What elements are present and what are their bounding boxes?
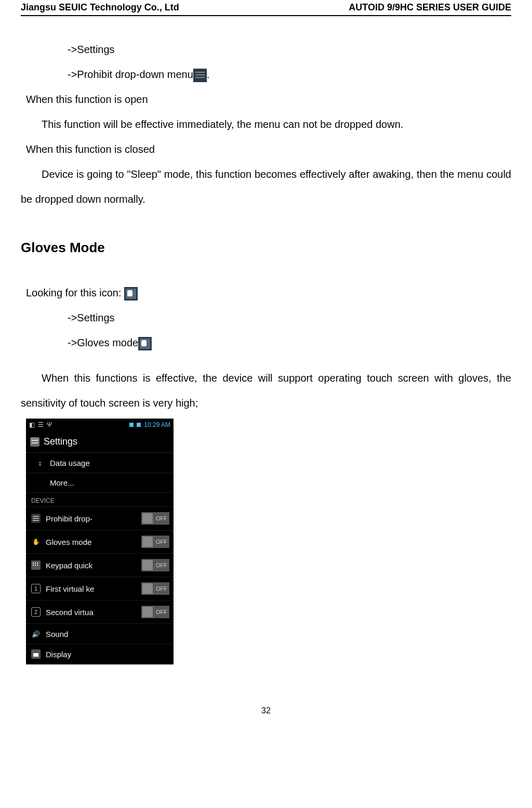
sound-icon — [31, 629, 41, 638]
keypad-toggle[interactable]: OFF — [141, 559, 169, 571]
list-item-prohibit[interactable]: Prohibit drop- OFF — [26, 507, 174, 530]
list-label: Keypad quick — [46, 561, 136, 570]
page-number: 32 — [21, 706, 511, 715]
prohibit-toggle[interactable]: OFF — [141, 512, 169, 525]
display-icon — [31, 649, 41, 659]
text-line-closed-desc: Device is going to "Sleep" mode, this fu… — [21, 162, 511, 212]
second-virtual-toggle[interactable]: OFF — [141, 606, 169, 618]
list-label: First virtual ke — [46, 584, 136, 593]
toggle-label: OFF — [155, 585, 168, 592]
toggle-label: OFF — [155, 562, 168, 568]
signal-icon-1 — [129, 423, 134, 427]
status-icon-1: ◧ — [29, 421, 35, 428]
first-virtual-toggle[interactable]: OFF — [141, 582, 169, 595]
text-line-closed: When this function is closed — [21, 137, 511, 162]
list-item-keypad[interactable]: Keypad quick OFF — [26, 554, 174, 577]
gloves-toggle[interactable]: OFF — [141, 536, 169, 548]
text-span: Looking for this icon: — [26, 287, 124, 298]
hand-icon — [31, 537, 41, 546]
header-left: Jiangsu SEUIC Technology Co., Ltd — [21, 2, 179, 13]
list-item-second-virtual[interactable]: 2 Second virtua OFF — [26, 601, 174, 624]
text-line-settings: ->Settings — [21, 37, 511, 62]
status-icon-2: ☰ — [38, 421, 44, 428]
one-box-icon: 1 — [31, 584, 41, 593]
text-span: ->Gloves mode — [68, 337, 138, 348]
status-time: 10:29 AM — [144, 421, 170, 428]
page-header: Jiangsu SEUIC Technology Co., Ltd AUTOID… — [21, 0, 511, 13]
toggle-label: OFF — [155, 515, 168, 522]
status-bar: ◧ ☰ Ψ 10:29 AM — [26, 419, 174, 431]
text-line-open: When this function is open — [21, 87, 511, 112]
text-line-gloves-mode: ->Gloves mode — [21, 330, 511, 355]
toggle-label: OFF — [155, 539, 168, 545]
list-item-data-usage[interactable]: Data usage — [26, 453, 174, 473]
list-item-more[interactable]: More... — [26, 473, 174, 493]
toggle-label: OFF — [155, 609, 168, 615]
list-item-gloves[interactable]: Gloves mode OFF — [26, 530, 174, 554]
text-line-settings-2: ->Settings — [21, 305, 511, 330]
list-label: Gloves mode — [46, 538, 136, 546]
header-right: AUTOID 9/9HC SERIES USER GUIDE — [349, 2, 511, 13]
text-line-prohibit: ->Prohibit drop-down menu. — [21, 62, 511, 87]
list-label: More... — [35, 478, 169, 487]
gloves-mode-icon — [138, 337, 152, 350]
settings-icon — [30, 437, 39, 447]
list-item-sound[interactable]: Sound — [26, 624, 174, 644]
text-span: Device is going to "Sleep" mode, this fu… — [21, 168, 511, 205]
prohibit-icon — [31, 514, 41, 523]
data-usage-icon — [35, 458, 45, 467]
list-item-first-virtual[interactable]: 1 First virtual ke OFF — [26, 577, 174, 601]
settings-title: Settings — [44, 436, 77, 447]
device-screenshot: ◧ ☰ Ψ 10:29 AM Settings Data usage More.… — [26, 419, 174, 664]
list-item-display[interactable]: Display — [26, 644, 174, 664]
settings-title-bar: Settings — [26, 431, 174, 453]
text-span: When this functions is effective, the de… — [21, 372, 511, 409]
header-divider — [21, 15, 511, 16]
list-label: Data usage — [50, 459, 169, 467]
text-line-open-desc: This function will be effective immediat… — [21, 112, 511, 137]
keypad-icon — [31, 561, 41, 570]
list-label: Second virtua — [46, 608, 136, 617]
section-label-device: DEVICE — [26, 493, 174, 507]
text-line-looking: Looking for this icon: — [21, 280, 511, 305]
signal-icon-2 — [137, 423, 141, 427]
gloves-app-icon — [124, 287, 138, 301]
section-title-gloves: Gloves Mode — [21, 231, 511, 264]
list-label: Prohibit drop- — [46, 514, 136, 523]
text-line-gloves-desc: When this functions is effective, the de… — [21, 366, 511, 415]
two-box-icon: 2 — [31, 607, 41, 617]
text-span: ->Prohibit drop-down menu — [68, 69, 193, 80]
status-icon-3: Ψ — [47, 421, 52, 428]
list-label: Display — [46, 650, 169, 659]
list-label: Sound — [46, 630, 169, 638]
prohibit-menu-icon — [193, 69, 207, 82]
